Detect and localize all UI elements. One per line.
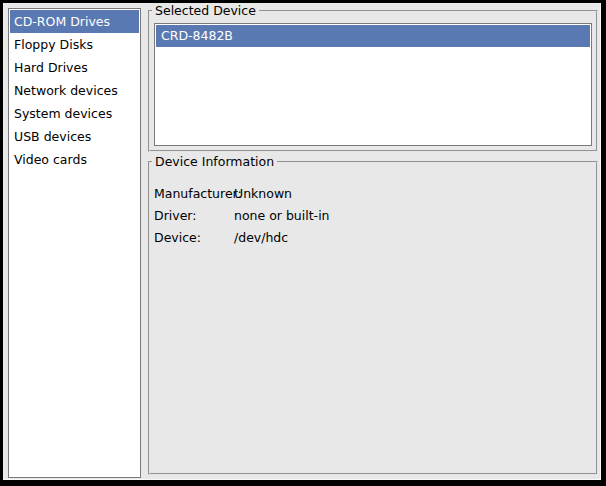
device-information-frame: Device Information Manufacturer: Unknown… (148, 161, 598, 475)
sidebar-item-network-devices[interactable]: Network devices (10, 79, 139, 102)
sidebar-item-system-devices[interactable]: System devices (10, 102, 139, 125)
sidebar-item-label: USB devices (14, 129, 91, 144)
device-information-frame-label: Device Information (152, 154, 277, 170)
driver-label: Driver: (154, 205, 234, 227)
device-name: CRD-8482B (161, 28, 233, 43)
device-category-list[interactable]: CD-ROM Drives Floppy Disks Hard Drives N… (8, 8, 141, 478)
info-row-device: Device: /dev/hdc (154, 227, 596, 249)
info-row-manufacturer: Manufacturer: Unknown (154, 183, 596, 205)
sidebar-item-cd-rom-drives[interactable]: CD-ROM Drives (10, 10, 139, 33)
sidebar-item-label: Network devices (14, 83, 118, 98)
hardware-browser-window: CD-ROM Drives Floppy Disks Hard Drives N… (0, 0, 606, 486)
sidebar-item-label: Floppy Disks (14, 37, 93, 52)
info-row-driver: Driver: none or built-in (154, 205, 596, 227)
sidebar-item-label: Video cards (14, 152, 87, 167)
sidebar-item-label: Hard Drives (14, 60, 88, 75)
manufacturer-label: Manufacturer: (154, 183, 234, 205)
device-list-item[interactable]: CRD-8482B (156, 25, 590, 47)
selected-device-frame: Selected Device CRD-8482B (148, 10, 598, 152)
sidebar-item-usb-devices[interactable]: USB devices (10, 125, 139, 148)
selected-device-frame-label: Selected Device (152, 3, 259, 19)
driver-value: none or built-in (234, 205, 330, 227)
device-information-fields: Manufacturer: Unknown Driver: none or bu… (150, 163, 596, 249)
device-value: /dev/hdc (234, 227, 288, 249)
sidebar-item-floppy-disks[interactable]: Floppy Disks (10, 33, 139, 56)
manufacturer-value: Unknown (234, 183, 292, 205)
sidebar-item-video-cards[interactable]: Video cards (10, 148, 139, 171)
selected-device-list[interactable]: CRD-8482B (154, 23, 592, 146)
device-label: Device: (154, 227, 234, 249)
sidebar-item-label: CD-ROM Drives (14, 14, 110, 29)
sidebar-item-hard-drives[interactable]: Hard Drives (10, 56, 139, 79)
sidebar-item-label: System devices (14, 106, 112, 121)
